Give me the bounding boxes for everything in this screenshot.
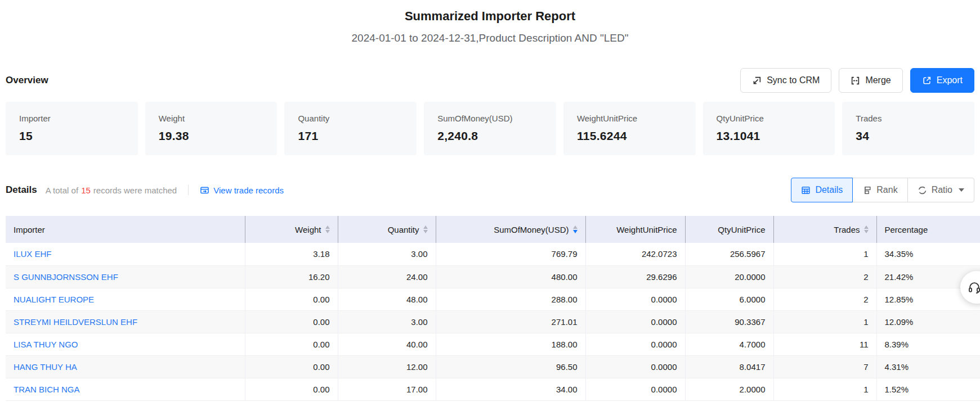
toolbar-buttons: Sync to CRM Merge Export <box>740 68 974 93</box>
column-label: WeightUnitPrice <box>616 225 677 234</box>
stat-card: QtyUnitPrice 13.1041 <box>703 102 835 155</box>
view-trade-records-link[interactable]: View trade records <box>200 186 284 195</box>
cell-percentage: 8.39% <box>876 333 980 355</box>
cell-qty_unit_price: 8.0417 <box>685 355 773 378</box>
sort-icon[interactable] <box>325 225 330 233</box>
cell-trades: 11 <box>773 333 876 355</box>
cell-sum_of_money: 769.79 <box>436 243 585 265</box>
tab-details-label: Details <box>815 185 843 195</box>
cell-trades: 2 <box>773 265 876 288</box>
importer-link[interactable]: NUALIGHT EUROPE <box>14 295 94 304</box>
cell-importer: NUALIGHT EUROPE <box>6 288 245 310</box>
column-header-weight[interactable]: Weight <box>245 216 338 243</box>
stat-card: WeightUnitPrice 115.6244 <box>563 102 696 155</box>
column-label: Importer <box>14 225 45 234</box>
table-row: ILUX EHF3.183.00769.79242.0723256.596713… <box>6 243 980 265</box>
cell-percentage: 1.52% <box>876 378 980 400</box>
cell-qty_unit_price: 20.0000 <box>685 265 773 288</box>
cell-importer: TRAN BICH NGA <box>6 378 245 400</box>
vertical-divider <box>188 185 189 195</box>
sync-to-crm-label: Sync to CRM <box>767 75 820 85</box>
cell-sum_of_money: 288.00 <box>436 288 585 310</box>
stat-label: QtyUnitPrice <box>717 114 822 123</box>
match-prefix: A total of <box>46 186 78 195</box>
column-header-quantity[interactable]: Quantity <box>338 216 436 243</box>
cell-weight_unit_price: 0.0000 <box>585 333 685 355</box>
overview-toolbar: Overview Sync to CRM Merge <box>0 68 980 93</box>
stat-label: Trades <box>856 114 961 123</box>
table-row: TRAN BICH NGA0.0017.0034.000.00002.00001… <box>6 378 980 400</box>
stat-value: 34 <box>856 129 961 143</box>
stat-label: Importer <box>19 114 124 123</box>
match-summary: A total of15records were matched <box>46 186 177 195</box>
merge-button[interactable]: Merge <box>839 68 902 93</box>
cell-trades: 2 <box>773 288 876 310</box>
stats-row: Importer 15 Weight 19.38 Quantity 171 Su… <box>0 102 980 155</box>
column-header-qty_unit_price: QtyUnitPrice <box>685 216 773 243</box>
rank-icon <box>862 186 872 195</box>
stat-card: Quantity 171 <box>284 102 417 155</box>
cell-qty_unit_price: 2.0000 <box>685 378 773 400</box>
trade-records-icon <box>200 186 209 195</box>
importer-link[interactable]: LISA THUY NGO <box>14 340 78 349</box>
sort-icon[interactable] <box>423 225 428 233</box>
cell-percentage: 4.31% <box>876 355 980 378</box>
sync-to-crm-button[interactable]: Sync to CRM <box>740 68 831 93</box>
column-header-importer: Importer <box>6 216 245 243</box>
cell-quantity: 48.00 <box>338 288 436 310</box>
headset-icon <box>967 280 980 295</box>
sort-icon[interactable] <box>864 225 869 233</box>
cell-trades: 1 <box>773 378 876 400</box>
importer-link[interactable]: HANG THUY HA <box>14 362 77 372</box>
stat-card: SumOfMoney(USD) 2,240.8 <box>424 102 556 155</box>
importer-link[interactable]: TRAN BICH NGA <box>14 385 80 394</box>
cell-importer: STREYMI HEILDVERSLUN EHF <box>6 310 245 333</box>
cell-weight: 16.20 <box>245 265 338 288</box>
cell-quantity: 40.00 <box>338 333 436 355</box>
table-row: NUALIGHT EUROPE0.0048.00288.000.00006.00… <box>6 288 980 310</box>
cell-weight: 0.00 <box>245 288 338 310</box>
stat-value: 13.1041 <box>717 129 822 143</box>
cell-importer: HANG THUY HA <box>6 355 245 378</box>
match-suffix: records were matched <box>93 186 177 195</box>
tab-rank[interactable]: Rank <box>852 178 907 202</box>
cell-importer: ILUX EHF <box>6 243 245 265</box>
cell-quantity: 17.00 <box>338 378 436 400</box>
sort-icon[interactable] <box>573 225 578 233</box>
importer-link[interactable]: STREYMI HEILDVERSLUN EHF <box>14 317 137 327</box>
page-title: Summarized Importer Report <box>0 0 980 24</box>
importer-link[interactable]: S GUNNBJORNSSON EHF <box>14 272 118 282</box>
column-label: QtyUnitPrice <box>718 225 765 234</box>
stat-label: SumOfMoney(USD) <box>437 114 543 123</box>
cell-percentage: 34.35% <box>876 243 980 265</box>
export-icon <box>922 76 932 85</box>
cell-weight_unit_price: 0.0000 <box>585 378 685 400</box>
importer-link[interactable]: ILUX EHF <box>14 249 52 259</box>
cell-importer: LISA THUY NGO <box>6 333 245 355</box>
tab-rank-label: Rank <box>876 185 897 195</box>
cell-qty_unit_price: 4.7000 <box>685 333 773 355</box>
sync-icon <box>752 76 762 85</box>
cell-sum_of_money: 188.00 <box>436 333 585 355</box>
tab-ratio[interactable]: Ratio <box>907 178 974 202</box>
cell-sum_of_money: 480.00 <box>436 265 585 288</box>
export-button[interactable]: Export <box>910 68 974 93</box>
tab-details[interactable]: Details <box>791 178 853 202</box>
stat-card: Trades 34 <box>842 102 974 155</box>
cell-weight: 0.00 <box>245 310 338 333</box>
stat-label: Quantity <box>298 114 403 123</box>
view-switcher: Details Rank Ratio <box>791 178 974 202</box>
cell-sum_of_money: 96.50 <box>436 355 585 378</box>
cell-weight: 0.00 <box>245 333 338 355</box>
cell-weight_unit_price: 29.6296 <box>585 265 685 288</box>
cell-qty_unit_price: 256.5967 <box>685 243 773 265</box>
stat-label: Weight <box>159 114 264 123</box>
column-label: Quantity <box>388 225 419 234</box>
tab-ratio-label: Ratio <box>932 185 952 195</box>
cell-qty_unit_price: 6.0000 <box>685 288 773 310</box>
stat-value: 171 <box>298 129 403 143</box>
column-header-trades[interactable]: Trades <box>773 216 876 243</box>
column-header-sum_of_money[interactable]: SumOfMoney(USD) <box>436 216 585 243</box>
details-bar: Details A total of15records were matched… <box>0 178 980 202</box>
table-grid-icon <box>801 186 811 195</box>
